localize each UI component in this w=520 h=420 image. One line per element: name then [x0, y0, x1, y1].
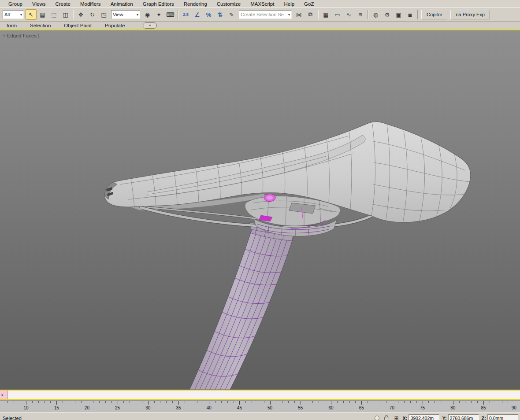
menu-views[interactable]: Views: [27, 1, 50, 7]
timeline-tick: [307, 401, 307, 403]
timeline-ruler[interactable]: 1015202530354045505560657075808590: [0, 400, 520, 412]
toolbar-separator: [417, 10, 418, 19]
selection-filter-dropdown[interactable]: All▾: [3, 10, 24, 19]
timeline-tick: [435, 401, 435, 403]
timeline-tick: [252, 401, 252, 403]
timeline-tick: [392, 401, 392, 405]
ribbon-tab-populate[interactable]: Populate: [98, 23, 131, 28]
timeline-tick: [166, 401, 167, 403]
menubar: GroupViewsCreateModifiersAnimationGraph …: [0, 0, 520, 7]
copitor-button[interactable]: Copitor: [421, 10, 447, 19]
menu-help[interactable]: Help: [279, 1, 299, 7]
timeline-tick: [428, 401, 429, 403]
toolbar-separator: [178, 10, 178, 19]
material-editor-icon[interactable]: ◍: [370, 9, 381, 20]
ribbon-tab-form[interactable]: form: [0, 23, 23, 28]
timeline-tick: [178, 401, 179, 405]
graphite-ribbon-toggle-icon[interactable]: ▭: [332, 9, 343, 20]
timeline-tick-label: 10: [23, 405, 28, 410]
timeline-tick: [459, 401, 460, 403]
keyboard-shortcut-override-icon[interactable]: ⌨: [165, 9, 176, 20]
timeline-tick-label: 75: [420, 405, 425, 410]
spinner-snap-icon[interactable]: ⇅: [215, 9, 226, 20]
curve-editor-icon[interactable]: ∿: [343, 9, 354, 20]
timeline-tick: [301, 401, 301, 405]
percent-snap-icon[interactable]: %: [203, 9, 214, 20]
menu-animation[interactable]: Animation: [106, 1, 138, 7]
timeline-tick: [349, 401, 350, 403]
timeline-tick: [148, 401, 149, 405]
timeline-tick-label: 80: [450, 405, 455, 410]
select-and-scale-icon[interactable]: ◳: [98, 9, 109, 20]
timeline-tick: [185, 401, 185, 403]
use-pivot-point-icon[interactable]: ◉: [142, 9, 153, 20]
menu-customize[interactable]: Customize: [212, 1, 245, 7]
menu-graph-editors[interactable]: Graph Editors: [138, 1, 179, 7]
timeline-tick: [209, 401, 209, 405]
timeline-tick: [26, 401, 26, 405]
render-setup-icon[interactable]: ⚙: [382, 9, 393, 20]
snap-toggle-2-5d-icon[interactable]: 2.5: [180, 9, 191, 20]
toolbar-separator: [73, 10, 74, 19]
ribbon-tab-selection[interactable]: Selection: [23, 23, 57, 28]
timeline-tick: [111, 401, 112, 403]
layer-manager-icon[interactable]: ▦: [320, 9, 331, 20]
chevron-down-icon: ▾: [20, 13, 22, 17]
timeline-tick: [227, 401, 228, 403]
timeline-tick: [50, 401, 51, 403]
timeline-tick: [294, 401, 295, 403]
rectangular-selection-region-icon[interactable]: ⬚: [48, 9, 59, 20]
x-coordinate-field[interactable]: 3902,402m: [409, 414, 439, 420]
timeline-tick: [496, 401, 496, 403]
timeline-tick: [502, 401, 502, 403]
select-and-move-icon[interactable]: ✥: [75, 9, 86, 20]
timeline-tick: [38, 401, 39, 403]
select-and-manipulate-icon[interactable]: ✦: [153, 9, 164, 20]
timeline-tick: [197, 401, 197, 403]
schematic-view-icon[interactable]: ⧈: [355, 9, 366, 20]
seatpost[interactable]: [189, 228, 294, 390]
maxscript-mini-listener[interactable]: >: [0, 390, 520, 400]
timeline-tick: [264, 401, 264, 403]
named-selection-sets-dropdown[interactable]: Create Selection Se▾: [239, 10, 292, 19]
lock-selection-icon[interactable]: [383, 415, 390, 420]
mirror-icon[interactable]: ⋈: [293, 9, 305, 20]
y-coordinate-field[interactable]: 2760,686m: [448, 414, 479, 420]
timeline-tick: [99, 401, 100, 403]
render-production-icon[interactable]: ◙: [405, 9, 416, 20]
angle-snap-icon[interactable]: ∠: [192, 9, 203, 20]
edit-named-selection-sets-icon[interactable]: ✎: [226, 9, 237, 20]
select-and-rotate-icon[interactable]: ↻: [87, 9, 98, 20]
timeline-tick: [221, 401, 222, 403]
ribbon-config-button[interactable]: ▾: [143, 22, 157, 29]
menu-goz[interactable]: GoZ: [299, 1, 319, 7]
listener-pane[interactable]: [8, 391, 520, 399]
timeline-tick: [245, 401, 246, 403]
menu-rendering[interactable]: Rendering: [179, 1, 212, 7]
viewport-3d-canvas[interactable]: [0, 30, 520, 390]
menu-maxscript[interactable]: MAXScript: [245, 1, 279, 7]
z-coordinate-field[interactable]: 0,0mm: [487, 414, 518, 420]
ribbon-tab-object-paint[interactable]: Object Paint: [57, 23, 98, 28]
select-object-icon[interactable]: ↖: [26, 9, 37, 20]
menu-modifiers[interactable]: Modifiers: [75, 1, 106, 7]
transform-typein-mode-icon[interactable]: ⊞: [393, 415, 400, 420]
timeline-tick: [331, 401, 331, 405]
reference-coordinate-system-dropdown[interactable]: View▾: [111, 10, 140, 19]
timeline-tick: [118, 401, 118, 405]
timeline-tick-label: 50: [267, 405, 272, 410]
timeline-tick: [45, 401, 45, 403]
perspective-viewport[interactable]: + Edged Faces ]: [0, 30, 520, 390]
macro-recorder-pane[interactable]: >: [0, 391, 8, 399]
isolate-selection-icon[interactable]: [373, 415, 380, 420]
rendered-frame-window-icon[interactable]: ▣: [393, 9, 404, 20]
select-by-name-icon[interactable]: ▤: [37, 9, 48, 20]
timeline-tick: [404, 401, 405, 403]
menu-group[interactable]: Group: [4, 1, 27, 7]
timeline-tick: [361, 401, 362, 405]
menu-create[interactable]: Create: [50, 1, 75, 7]
window-crossing-icon[interactable]: ◫: [60, 9, 71, 20]
proxy-exporter-button[interactable]: na Proxy Exp: [450, 10, 490, 19]
align-icon[interactable]: ⧉: [305, 9, 316, 20]
timeline-tick: [270, 401, 271, 405]
